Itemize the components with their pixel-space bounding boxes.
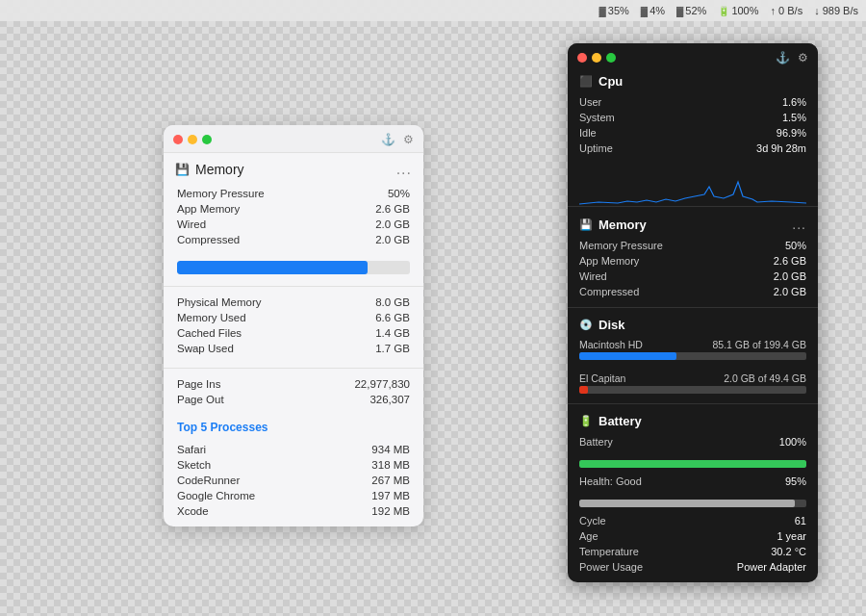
process-sketch: Sketch 318 MB bbox=[177, 457, 410, 473]
process-xcode: Xcode 192 MB bbox=[177, 503, 410, 519]
close-button[interactable] bbox=[173, 135, 183, 144]
battery-temp-row: Temperature 30.2 °C bbox=[579, 544, 806, 559]
process-safari: Safari 934 MB bbox=[177, 442, 410, 457]
page-ins-row: Page Ins 22,977,830 bbox=[177, 376, 410, 392]
battery-level-label: Battery bbox=[579, 436, 613, 448]
menubar-net-down: ↓ 989 B/s bbox=[814, 5, 858, 16]
cached-files-label: Cached Files bbox=[177, 327, 242, 339]
memory-progress-container bbox=[164, 255, 423, 282]
memory-section-icon: 💾 bbox=[175, 163, 190, 176]
memory-pressure-value: 50% bbox=[388, 188, 410, 199]
traffic-lights bbox=[173, 135, 212, 144]
right-memory-section: 💾 Memory ... Memory Pressure 50% App Mem… bbox=[568, 211, 818, 307]
battery-power-row: Power Usage Power Adapter bbox=[579, 559, 806, 575]
cpu-idle-label: Idle bbox=[579, 127, 597, 139]
swap-used-label: Swap Used bbox=[177, 343, 234, 354]
cached-files-value: 1.4 GB bbox=[375, 327, 410, 339]
process-sketch-name: Sketch bbox=[177, 459, 211, 471]
gear-icon[interactable]: ⚙ bbox=[403, 133, 414, 146]
right-mem-pressure-value: 50% bbox=[785, 240, 806, 251]
cpu-title: Cpu bbox=[599, 74, 623, 89]
right-maximize-button[interactable] bbox=[606, 53, 616, 63]
wired-value: 2.0 GB bbox=[375, 218, 410, 230]
macintosh-hd-name: Macintosh HD bbox=[579, 339, 643, 350]
battery-health-row: Health: Good 95% bbox=[568, 472, 818, 497]
process-safari-name: Safari bbox=[177, 444, 206, 455]
right-app-memory-row: App Memory 2.6 GB bbox=[579, 253, 806, 269]
battery-health-value: 95% bbox=[785, 475, 806, 487]
battery-temp-value: 30.2 °C bbox=[771, 546, 806, 557]
memory-title-row: 💾 Memory ... bbox=[164, 153, 423, 182]
right-wired-row: Wired 2.0 GB bbox=[579, 269, 806, 284]
app-memory-value: 2.6 GB bbox=[375, 203, 410, 215]
process-coderunner-name: CodeRunner bbox=[177, 475, 240, 486]
page-out-label: Page Out bbox=[177, 394, 224, 405]
menubar-cpu2: ▓ 4% bbox=[641, 5, 665, 16]
macintosh-hd-bar bbox=[579, 352, 806, 360]
mem-bar-icon: ▓ bbox=[676, 6, 683, 16]
right-mem-pressure-row: Memory Pressure 50% bbox=[579, 238, 806, 253]
battery-bar-icon: 🔋 bbox=[718, 6, 729, 16]
processes-section: Safari 934 MB Sketch 318 MB CodeRunner 2… bbox=[164, 438, 423, 526]
net-down-value: ↓ 989 B/s bbox=[814, 5, 858, 16]
memory-pressure-label: Memory Pressure bbox=[177, 188, 265, 199]
battery-top-stats: Battery 100% bbox=[568, 432, 818, 457]
memory-widget-left: ⚓ ⚙ 💾 Memory ... Memory Pressure 50% App… bbox=[164, 125, 423, 526]
menubar-mem: ▓ 52% bbox=[676, 5, 706, 16]
minimize-button[interactable] bbox=[188, 135, 197, 144]
cached-files-row: Cached Files 1.4 GB bbox=[177, 325, 410, 341]
right-close-button[interactable] bbox=[577, 53, 587, 63]
app-memory-row: App Memory 2.6 GB bbox=[177, 201, 410, 217]
right-compressed-label: Compressed bbox=[579, 286, 639, 297]
net-up-value: ↑ 0 B/s bbox=[771, 5, 803, 16]
macintosh-hd-label-row: Macintosh HD 85.1 GB of 199.4 GB bbox=[579, 339, 806, 350]
anchor-icon[interactable]: ⚓ bbox=[381, 133, 395, 146]
battery-level-fill bbox=[579, 460, 806, 468]
compressed-value: 2.0 GB bbox=[375, 234, 410, 245]
battery-level-value: 100% bbox=[779, 436, 806, 448]
right-memory-dots[interactable]: ... bbox=[792, 217, 806, 232]
right-memory-title-row: 💾 Memory ... bbox=[568, 211, 818, 236]
cpu-chart-svg bbox=[579, 167, 806, 206]
page-out-row: Page Out 326,307 bbox=[177, 392, 410, 407]
menubar: ▓ 35% ▓ 4% ▓ 52% 🔋 100% ↑ 0 B/s ↓ 989 B/… bbox=[0, 0, 866, 21]
wired-label: Wired bbox=[177, 218, 206, 230]
macintosh-hd-fill bbox=[579, 352, 676, 360]
right-compressed-value: 2.0 GB bbox=[774, 286, 806, 297]
battery-title: Battery bbox=[599, 414, 642, 428]
disk-icon: 💿 bbox=[579, 319, 593, 331]
swap-used-value: 1.7 GB bbox=[375, 343, 410, 354]
battery-age-label: Age bbox=[579, 530, 599, 542]
maximize-button[interactable] bbox=[202, 135, 212, 144]
memory-used-value: 6.6 GB bbox=[375, 312, 410, 323]
memory-title: Memory bbox=[195, 162, 244, 177]
memory-stats-section: Memory Pressure 50% App Memory 2.6 GB Wi… bbox=[164, 182, 423, 255]
right-gear-icon[interactable]: ⚙ bbox=[798, 51, 808, 64]
battery-level-bar bbox=[579, 460, 806, 468]
right-anchor-icon[interactable]: ⚓ bbox=[776, 51, 790, 64]
cpu-system-value: 1.5% bbox=[782, 112, 806, 123]
more-options-button[interactable]: ... bbox=[396, 161, 412, 178]
right-memory-title: Memory bbox=[599, 218, 647, 232]
battery-power-value: Power Adapter bbox=[737, 561, 806, 573]
memory-pressure-row: Memory Pressure 50% bbox=[177, 186, 410, 201]
right-memory-icon: 💾 bbox=[579, 218, 593, 231]
physical-memory-value: 8.0 GB bbox=[375, 296, 410, 308]
battery-bottom-stats: Cycle 61 Age 1 year Temperature 30.2 °C … bbox=[568, 511, 818, 582]
battery-age-row: Age 1 year bbox=[579, 528, 806, 544]
page-ins-label: Page Ins bbox=[177, 378, 220, 390]
swap-used-row: Swap Used 1.7 GB bbox=[177, 341, 410, 356]
right-minimize-button[interactable] bbox=[592, 53, 601, 63]
right-widget: ⚓ ⚙ ⬛ Cpu User 1.6% System 1.5% Idle 96.… bbox=[568, 43, 818, 582]
cpu-icon: ⬛ bbox=[579, 75, 593, 88]
compressed-label: Compressed bbox=[177, 234, 240, 245]
memory-progress-bar bbox=[177, 261, 410, 274]
memory-used-row: Memory Used 6.6 GB bbox=[177, 310, 410, 325]
battery-health-bar bbox=[579, 500, 806, 507]
cpu-uptime-value: 3d 9h 28m bbox=[756, 142, 806, 154]
disk-title-row: 💿 Disk bbox=[568, 312, 818, 336]
battery-health-label-row: Health: Good 95% bbox=[579, 474, 806, 489]
cpu-idle-value: 96.9% bbox=[777, 127, 806, 139]
wired-row: Wired 2.0 GB bbox=[177, 217, 410, 232]
cpu-user-row: User 1.6% bbox=[579, 94, 806, 110]
